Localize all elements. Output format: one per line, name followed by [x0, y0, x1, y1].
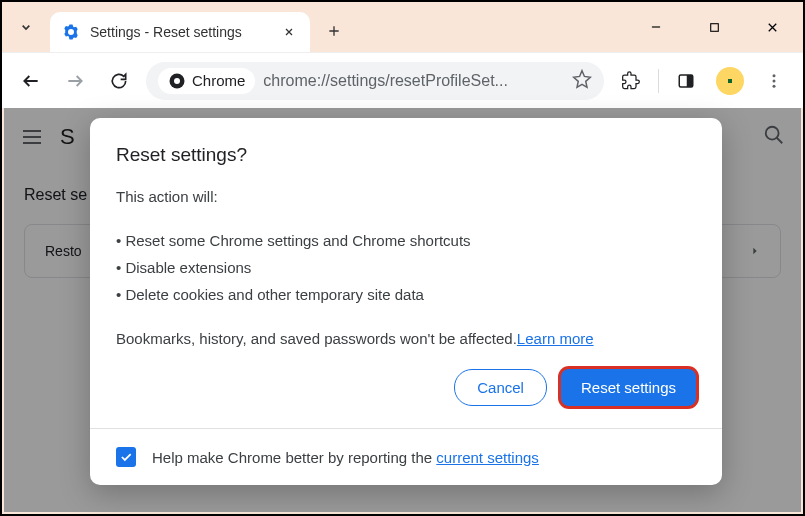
- svg-point-8: [773, 84, 776, 87]
- profile-button[interactable]: [713, 64, 747, 98]
- help-improve-checkbox[interactable]: [116, 447, 136, 467]
- svg-point-7: [773, 79, 776, 82]
- url-text: chrome://settings/resetProfileSet...: [263, 72, 564, 90]
- dialog-body: Reset settings? This action will: • Rese…: [90, 118, 722, 428]
- svg-rect-0: [710, 23, 718, 31]
- chrome-icon: [168, 72, 186, 90]
- reload-icon: [109, 71, 129, 91]
- plus-icon: [326, 23, 342, 39]
- dots-vertical-icon: [765, 72, 783, 90]
- check-icon: [119, 450, 133, 464]
- bullet-item: • Disable extensions: [116, 254, 696, 281]
- browser-tab[interactable]: Settings - Reset settings: [50, 12, 310, 52]
- cancel-button[interactable]: Cancel: [454, 369, 547, 406]
- tab-close-button[interactable]: [280, 23, 298, 41]
- avatar: [716, 67, 744, 95]
- close-icon: [765, 20, 780, 35]
- svg-point-2: [174, 78, 180, 84]
- forward-button[interactable]: [58, 64, 92, 98]
- titlebar-left: Settings - Reset settings: [10, 2, 350, 52]
- star-icon: [572, 69, 592, 89]
- side-panel-button[interactable]: [669, 64, 703, 98]
- panel-icon: [677, 72, 695, 90]
- dialog-footer: Help make Chrome better by reporting the…: [90, 428, 722, 485]
- reset-settings-button[interactable]: Reset settings: [561, 369, 696, 406]
- arrow-left-icon: [21, 71, 41, 91]
- minimize-icon: [649, 20, 663, 34]
- maximize-icon: [708, 21, 721, 34]
- bullet-item: • Reset some Chrome settings and Chrome …: [116, 227, 696, 254]
- close-window-button[interactable]: [749, 11, 795, 43]
- svg-rect-5: [728, 79, 732, 83]
- learn-more-link[interactable]: Learn more: [517, 330, 594, 347]
- current-settings-link[interactable]: current settings: [436, 449, 539, 466]
- arrow-right-icon: [65, 71, 85, 91]
- window-controls: [633, 11, 795, 43]
- avatar-dot-icon: [724, 75, 736, 87]
- back-button[interactable]: [14, 64, 48, 98]
- dialog-bullets: • Reset some Chrome settings and Chrome …: [116, 227, 696, 308]
- dialog-title: Reset settings?: [116, 144, 696, 166]
- maximize-button[interactable]: [691, 11, 737, 43]
- browser-toolbar: Chrome chrome://settings/resetProfileSet…: [2, 52, 803, 108]
- reset-settings-dialog: Reset settings? This action will: • Rese…: [90, 118, 722, 485]
- footer-prefix: Help make Chrome better by reporting the: [152, 449, 436, 466]
- note-text: Bookmarks, history, and saved passwords …: [116, 330, 517, 347]
- bookmark-button[interactable]: [572, 69, 592, 93]
- bullet-item: • Delete cookies and other temporary sit…: [116, 281, 696, 308]
- new-tab-button[interactable]: [318, 15, 350, 47]
- minimize-button[interactable]: [633, 11, 679, 43]
- reload-button[interactable]: [102, 64, 136, 98]
- titlebar: Settings - Reset settings: [2, 2, 803, 52]
- tab-title: Settings - Reset settings: [90, 24, 270, 40]
- chevron-down-icon: [18, 19, 34, 35]
- dialog-note: Bookmarks, history, and saved passwords …: [116, 330, 696, 347]
- gear-icon: [62, 23, 80, 41]
- tab-search-button[interactable]: [10, 11, 42, 43]
- extensions-button[interactable]: [614, 64, 648, 98]
- dialog-actions: Cancel Reset settings: [116, 369, 696, 406]
- puzzle-icon: [621, 71, 641, 91]
- chrome-chip-text: Chrome: [192, 72, 245, 89]
- svg-rect-4: [687, 75, 693, 87]
- menu-button[interactable]: [757, 64, 791, 98]
- footer-text: Help make Chrome better by reporting the…: [152, 449, 539, 466]
- dialog-intro: This action will:: [116, 188, 696, 205]
- address-bar[interactable]: Chrome chrome://settings/resetProfileSet…: [146, 62, 604, 100]
- close-icon: [283, 26, 295, 38]
- svg-point-6: [773, 74, 776, 77]
- toolbar-separator: [658, 69, 659, 93]
- chrome-chip: Chrome: [158, 68, 255, 94]
